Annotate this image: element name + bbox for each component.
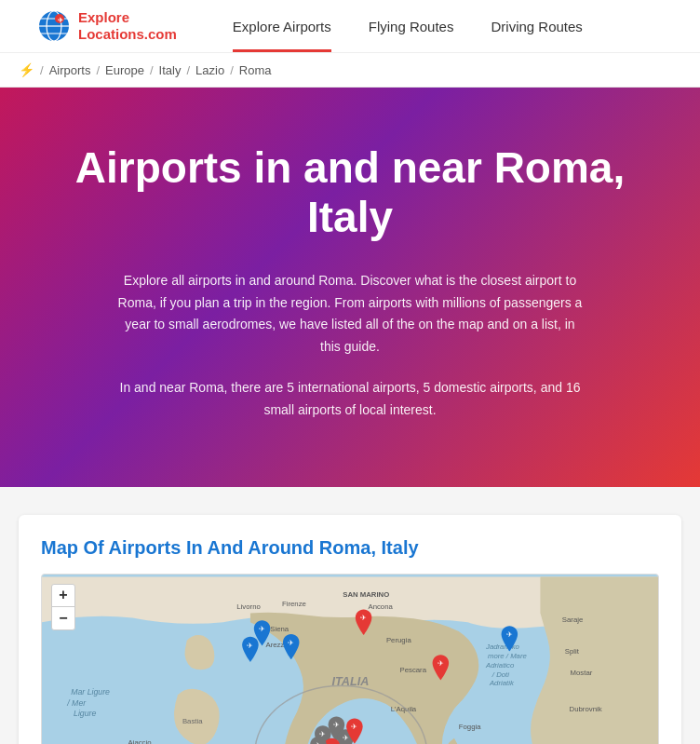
svg-text:✈: ✈ <box>247 641 253 649</box>
breadcrumb-lazio[interactable]: Lazio <box>195 63 224 77</box>
svg-text:✈: ✈ <box>438 659 444 668</box>
location-icon: ⚡ <box>19 62 34 77</box>
breadcrumb-airports[interactable]: Airports <box>49 63 91 77</box>
svg-text:L'Aquila: L'Aquila <box>391 704 417 712</box>
svg-text:Mostar: Mostar <box>571 668 593 676</box>
map-svg: SAN MARINO Bastia ITALIA Ajaccio Terrano… <box>42 575 658 744</box>
svg-text:/ Doti: / Doti <box>491 670 509 678</box>
hero-description-2: In and near Roma, there are 5 internatio… <box>117 377 583 422</box>
breadcrumb-roma: Roma <box>239 63 272 77</box>
svg-text:✈: ✈ <box>259 625 265 633</box>
globe-icon: ✈ <box>37 9 71 43</box>
svg-text:Ligure: Ligure <box>74 709 96 718</box>
main-nav: Explore Airports Flying Routes Driving R… <box>233 0 583 52</box>
nav-flying-routes[interactable]: Flying Routes <box>369 0 454 52</box>
map-container[interactable]: + − SAN MARINO Bastia <box>41 574 659 744</box>
nav-driving-routes[interactable]: Driving Routes <box>491 0 582 52</box>
site-logo[interactable]: ✈ Explore Locations.com <box>37 9 177 43</box>
svg-text:Mar Ligure: Mar Ligure <box>71 687 110 697</box>
svg-text:Foggia: Foggia <box>459 723 481 731</box>
svg-text:✈: ✈ <box>343 733 349 741</box>
nav-explore-airports[interactable]: Explore Airports <box>233 0 331 52</box>
svg-text:Jadransko: Jadransko <box>485 643 520 651</box>
svg-text:✈: ✈ <box>315 740 321 744</box>
map-zoom-controls: + − <box>51 584 75 630</box>
svg-text:/ Mer: / Mer <box>66 697 87 707</box>
svg-text:✈: ✈ <box>58 17 63 23</box>
svg-text:Siena: Siena <box>270 625 289 633</box>
breadcrumb-italy[interactable]: Italy <box>159 63 182 77</box>
zoom-in-button[interactable]: + <box>52 585 74 607</box>
svg-text:Firenze: Firenze <box>282 599 306 607</box>
svg-text:Pescara: Pescara <box>400 665 427 673</box>
map-section: Map Of Airports In And Around Roma, Ital… <box>19 515 681 744</box>
svg-text:more / Mare: more / Mare <box>488 652 528 660</box>
svg-text:Ancona: Ancona <box>368 602 393 610</box>
logo-text-explore: Explore <box>78 9 129 25</box>
svg-text:✈: ✈ <box>288 638 294 646</box>
breadcrumb-europe[interactable]: Europe <box>105 63 144 77</box>
site-header: ✈ Explore Locations.com Explore Airports… <box>0 0 700 53</box>
svg-text:Perugia: Perugia <box>386 635 411 643</box>
logo-com: .com <box>144 26 177 42</box>
svg-text:SAN MARINO: SAN MARINO <box>343 590 389 599</box>
svg-text:Adriatik: Adriatik <box>489 679 515 687</box>
zoom-out-button[interactable]: − <box>52 607 74 629</box>
main-content: Map Of Airports In And Around Roma, Ital… <box>0 487 700 744</box>
svg-text:Split: Split <box>565 647 580 656</box>
svg-text:✈: ✈ <box>351 723 357 731</box>
svg-text:✈: ✈ <box>333 721 340 729</box>
svg-text:Livorno: Livorno <box>236 602 260 610</box>
breadcrumb: ⚡ / Airports / Europe / Italy / Lazio / … <box>0 53 700 88</box>
breadcrumb-sep-0: / <box>40 63 44 77</box>
svg-text:Adriatico: Adriatico <box>485 660 515 669</box>
svg-text:Saraje: Saraje <box>562 615 583 624</box>
hero-title: Airports in and near Roma, Italy <box>74 143 626 242</box>
svg-text:✈: ✈ <box>506 629 513 638</box>
hero-description-1: Explore all airports in and around Roma.… <box>117 270 583 358</box>
svg-text:Dubrovnik: Dubrovnik <box>570 704 602 712</box>
map-title: Map Of Airports In And Around Roma, Ital… <box>41 537 659 559</box>
svg-text:Bastia: Bastia <box>182 717 203 725</box>
hero-section: Airports in and near Roma, Italy Explore… <box>0 88 700 487</box>
svg-text:Ajaccio: Ajaccio <box>128 737 151 744</box>
logo-text-locations: Locations <box>78 26 144 42</box>
svg-text:✈: ✈ <box>360 614 367 622</box>
